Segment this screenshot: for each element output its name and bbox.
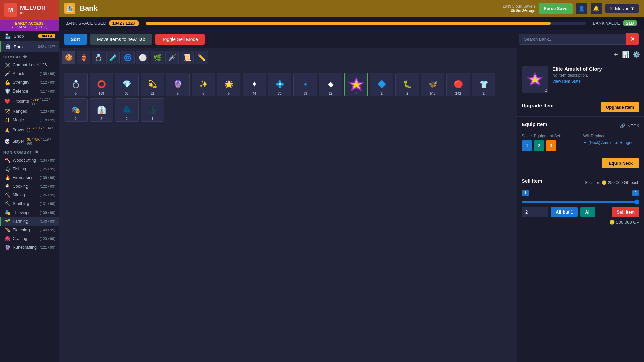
bank-item-1[interactable]: ⭕ 159 [90, 73, 113, 96]
sidebar-item-fletching[interactable]: 🪶 Fletching (140 / 99) [0, 226, 59, 234]
bank-item-3[interactable]: 💫 62 [141, 73, 164, 96]
bank-item-4[interactable]: 🔮 5 [166, 73, 190, 96]
ranged-icon: 🏹 [4, 109, 10, 114]
bank-item-12[interactable]: 🔷 2 [370, 73, 393, 96]
bank-item-9[interactable]: 🔹 33 [293, 73, 317, 96]
item-preview-count: 2 [545, 88, 547, 92]
sell-quantity-slider[interactable] [522, 201, 639, 203]
sidebar-item-strength[interactable]: 💪 Strength (112 / 99) [0, 78, 59, 87]
equip-neck-button[interactable]: Equip Neck [602, 158, 639, 168]
will-replace-col: Will Replace: ✦ (Neck) Amulet of Ranged [583, 134, 640, 145]
sort-button[interactable]: Sort [64, 34, 87, 45]
sell-quantity-input[interactable] [522, 207, 548, 217]
bank-tab-5[interactable]: ⚪ [136, 51, 149, 64]
save-time: 0h 8m 36s ago [503, 9, 535, 13]
bank-item-15[interactable]: 🔴 142 [446, 73, 470, 96]
crafting-icon: 🧶 [4, 236, 10, 241]
bank-item-7[interactable]: ✦ 44 [243, 73, 266, 96]
strength-label: Strength [13, 80, 29, 85]
sidebar-header: M MELVOR IDLE [0, 0, 59, 20]
attack-icon: 🗡️ [4, 71, 10, 76]
sidebar-item-magic[interactable]: ✨ Magic (118 / 99) [0, 116, 59, 124]
item-icon-0: 💍 [71, 80, 80, 89]
bank-item-8[interactable]: 💠 70 [268, 73, 291, 96]
sidebar-item-hitpoints[interactable]: ❤️ Hitpoints (899 / 122 / 99) [0, 96, 59, 107]
firemaking-label: Firemaking [13, 175, 34, 180]
sidebar-item-ranged[interactable]: 🏹 Ranged (123 / 99) [0, 107, 59, 116]
sidebar-item-smithing[interactable]: 🔨 Smithing (131 / 99) [0, 199, 59, 208]
non-combat-visibility-toggle[interactable]: 👁 [34, 150, 39, 155]
smithing-label: Smithing [13, 201, 29, 206]
sidebar-item-shop[interactable]: 🏪 Shop 18M GP [0, 31, 59, 41]
fletching-level: (140 / 99) [40, 228, 55, 232]
search-input[interactable] [519, 34, 626, 45]
notification-icon-button[interactable]: 🔔 [591, 3, 602, 14]
sidebar-item-bank[interactable]: 🏦 Bank 1042 / 1127 [0, 41, 59, 52]
sidebar-item-thieving[interactable]: 🎭 Thieving (109 / 99) [0, 208, 59, 217]
upgrade-item-button[interactable]: Upgrade Item [601, 102, 639, 112]
sidebar-item-defence[interactable]: 🛡️ Defence (117 / 99) [0, 87, 59, 96]
strength-icon: 💪 [4, 80, 10, 85]
chart-button[interactable]: 📊 [622, 51, 629, 58]
sidebar-item-cooking[interactable]: 🍳 Cooking (122 / 99) [0, 182, 59, 191]
sidebar-item-crafting[interactable]: 🧶 Crafting (120 / 99) [0, 234, 59, 243]
bank-tab-0[interactable]: 🍪 [62, 51, 75, 64]
equip-set-3-button[interactable]: 3 [546, 140, 556, 151]
sidebar-item-combat-level[interactable]: ⚔️ Combat Level 126 [0, 61, 59, 69]
bank-tab-2[interactable]: 💍 [92, 51, 105, 64]
bank-item-18[interactable]: 👔 2 [90, 98, 113, 122]
toggle-sell-button[interactable]: Toggle Sell Mode [155, 34, 205, 45]
profile-button[interactable]: ✕ Melvor ▼ [605, 4, 639, 13]
settings-button[interactable]: ⚙️ [633, 51, 640, 58]
bank-item-14[interactable]: 🦋 548 [421, 73, 444, 96]
bank-header: BANK SPACE USED 1042 / 1127 BANK VALUE 2… [59, 17, 644, 30]
force-save-button[interactable]: Force Save [539, 3, 573, 14]
bank-item-13[interactable]: 🐛 2 [395, 73, 419, 96]
move-items-button[interactable]: Move Items to new Tab [90, 34, 152, 45]
sell-all-button[interactable]: All [580, 207, 595, 217]
bank-tab-9[interactable]: ✏️ [195, 51, 208, 64]
bank-tab-8[interactable]: 📜 [180, 51, 194, 64]
sell-item-button[interactable]: Sell Item [612, 207, 639, 217]
sidebar-item-runecrafting[interactable]: 🔮 Runecrafting (121 / 99) [0, 243, 59, 252]
bank-tab-7[interactable]: 🗡️ [165, 51, 179, 64]
bank-item-2[interactable]: 💎 35 [115, 73, 139, 96]
sidebar-item-prayer[interactable]: 🙏 Prayer (732,195 / 134 / 99) [0, 124, 59, 136]
bank-item-0[interactable]: 💍 5 [64, 73, 88, 96]
bank-tab-1[interactable]: 🏺 [77, 51, 90, 64]
search-clear-button[interactable]: ✕ [626, 33, 639, 45]
user-icon-button[interactable]: 👤 [576, 3, 587, 14]
bank-tab-4[interactable]: 🌀 [121, 51, 135, 64]
sparkle-button[interactable]: ✦ [613, 51, 619, 58]
equip-set-2-button[interactable]: 2 [534, 140, 544, 151]
cooking-icon: 🍳 [4, 184, 10, 189]
sidebar-item-attack[interactable]: 🗡️ Attack (108 / 99) [0, 69, 59, 78]
sidebar-item-slayer[interactable]: 💀 Slayer (6,775K / 119 / 99) [0, 136, 59, 147]
bank-nav-icon: 🏦 [4, 43, 11, 50]
crafting-label: Crafting [13, 236, 28, 241]
sidebar-item-woodcutting[interactable]: 🪓 Woodcutting (134 / 99) [0, 156, 59, 165]
bank-item-6[interactable]: 🌟 5 [217, 73, 240, 96]
view-item-stats-link[interactable]: View Item Stats [552, 79, 639, 84]
bank-tab-3[interactable]: 🧪 [106, 51, 120, 64]
bank-item-10[interactable]: ◆ 22 [319, 73, 342, 96]
combat-visibility-toggle[interactable]: 👁 [23, 55, 28, 59]
item-detail-top: 2 Elite Amulet of Glory No item descript… [522, 66, 639, 93]
sell-all-but-1-button[interactable]: All but 1 [551, 207, 578, 217]
sidebar-item-firemaking[interactable]: 🔥 Firemaking (109 / 99) [0, 173, 59, 182]
sidebar-item-fishing[interactable]: 🎣 Fishing (125 / 99) [0, 165, 59, 173]
bank-item-5[interactable]: ✨ 5 [192, 73, 215, 96]
prayer-icon: 🙏 [4, 127, 10, 133]
sell-section: Sell Item Sells for: 🪙 250,000 GP each 1… [517, 173, 644, 229]
sidebar-item-farming[interactable]: 🌱 Farming (140 / 99) [0, 217, 59, 226]
bank-tab-6[interactable]: 🌿 [151, 51, 164, 64]
bank-item-17[interactable]: 🎭 2 [64, 98, 88, 122]
sidebar-item-mining[interactable]: ⛏️ Mining (126 / 99) [0, 191, 59, 199]
bank-item-19[interactable]: 🧥 2 [115, 98, 139, 122]
equip-set-1-button[interactable]: 1 [522, 140, 532, 151]
total-gp-icon: 🪙 [609, 220, 615, 225]
bank-item-16[interactable]: 👕 2 [472, 73, 495, 96]
sells-for-info: Sells for: 🪙 250,000 GP each [585, 180, 639, 185]
bank-item-11[interactable]: 2 [344, 73, 368, 96]
bank-item-20[interactable]: 🌑 1 [141, 98, 164, 122]
